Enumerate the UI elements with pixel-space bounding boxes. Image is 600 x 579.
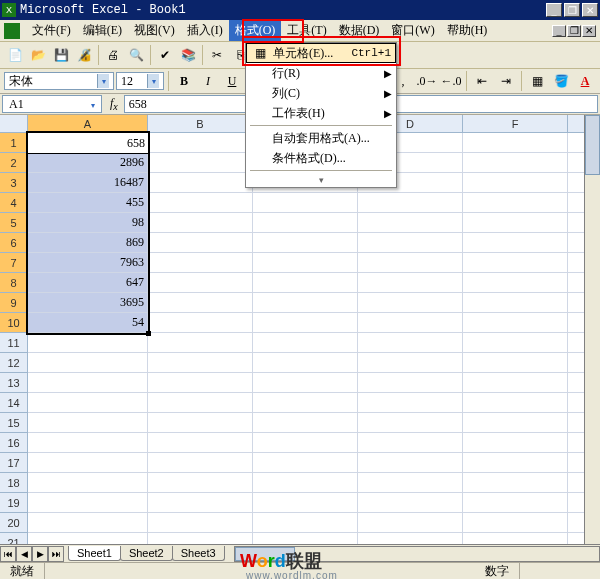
row-header[interactable]: 3 — [0, 173, 28, 193]
menu-edit[interactable]: 编辑(E) — [77, 20, 128, 41]
row-header[interactable]: 4 — [0, 193, 28, 213]
cell[interactable] — [358, 293, 463, 313]
vertical-scrollbar[interactable] — [584, 115, 600, 567]
cell[interactable] — [28, 493, 148, 513]
row-header[interactable]: 13 — [0, 373, 28, 393]
cell[interactable] — [358, 393, 463, 413]
tab-sheet2[interactable]: Sheet2 — [120, 546, 173, 561]
cell[interactable] — [148, 413, 253, 433]
chevron-down-icon[interactable] — [97, 74, 109, 88]
cell[interactable] — [148, 393, 253, 413]
name-box[interactable]: A1 — [2, 95, 102, 113]
spellcheck-icon[interactable]: ✔ — [154, 44, 176, 66]
menu-help[interactable]: 帮助(H) — [441, 20, 494, 41]
col-header-b[interactable]: B — [148, 115, 253, 133]
cell[interactable] — [253, 393, 358, 413]
cell[interactable] — [148, 193, 253, 213]
tab-prev-icon[interactable]: ◀ — [16, 546, 32, 562]
minimize-button[interactable]: _ — [546, 3, 562, 17]
row-header[interactable]: 18 — [0, 473, 28, 493]
cell[interactable] — [148, 233, 253, 253]
cell[interactable] — [28, 373, 148, 393]
cell[interactable] — [463, 273, 568, 293]
cell[interactable] — [253, 193, 358, 213]
cell[interactable] — [28, 453, 148, 473]
fontsize-combo[interactable]: 12 — [116, 72, 164, 90]
cell[interactable] — [148, 173, 253, 193]
fx-icon[interactable]: fx — [104, 96, 124, 112]
cell[interactable] — [148, 353, 253, 373]
cell[interactable] — [358, 353, 463, 373]
italic-button[interactable]: I — [197, 70, 219, 92]
row-header[interactable]: 20 — [0, 513, 28, 533]
cell[interactable] — [463, 453, 568, 473]
cell[interactable] — [253, 293, 358, 313]
cell[interactable] — [253, 493, 358, 513]
cell[interactable]: 16487 — [28, 173, 148, 193]
chevron-down-icon[interactable] — [91, 97, 95, 112]
cell[interactable] — [148, 473, 253, 493]
cell[interactable] — [358, 333, 463, 353]
row-header[interactable]: 11 — [0, 333, 28, 353]
cell[interactable] — [463, 413, 568, 433]
cell[interactable] — [148, 333, 253, 353]
cell[interactable] — [148, 293, 253, 313]
row-header[interactable]: 2 — [0, 153, 28, 173]
cell[interactable] — [253, 313, 358, 333]
close-button[interactable]: ✕ — [582, 3, 598, 17]
cell[interactable] — [463, 233, 568, 253]
increase-indent-icon[interactable]: ⇥ — [495, 70, 517, 92]
cell[interactable] — [463, 513, 568, 533]
cell[interactable] — [358, 493, 463, 513]
cell[interactable] — [253, 373, 358, 393]
tab-sheet3[interactable]: Sheet3 — [172, 546, 225, 561]
cell[interactable]: 7963 — [28, 253, 148, 273]
cell[interactable] — [358, 513, 463, 533]
menu-item-conditional[interactable]: 条件格式(D)... — [246, 148, 396, 168]
cell[interactable] — [358, 453, 463, 473]
cell[interactable]: 455 — [28, 193, 148, 213]
tab-next-icon[interactable]: ▶ — [32, 546, 48, 562]
cell[interactable] — [148, 373, 253, 393]
cell[interactable] — [28, 413, 148, 433]
doc-close[interactable]: ✕ — [582, 25, 596, 37]
cell[interactable] — [28, 433, 148, 453]
cell[interactable] — [28, 353, 148, 373]
doc-restore[interactable]: ❐ — [567, 25, 581, 37]
cell[interactable] — [148, 213, 253, 233]
select-all-corner[interactable] — [0, 115, 28, 133]
row-header[interactable]: 16 — [0, 433, 28, 453]
cell[interactable] — [253, 513, 358, 533]
menu-insert[interactable]: 插入(I) — [181, 20, 229, 41]
cell[interactable]: 869 — [28, 233, 148, 253]
cell[interactable] — [463, 493, 568, 513]
maximize-button[interactable]: ❐ — [564, 3, 580, 17]
menu-item-column[interactable]: 列(C) ▶ — [246, 83, 396, 103]
bold-button[interactable]: B — [173, 70, 195, 92]
tab-sheet1[interactable]: Sheet1 — [68, 546, 121, 561]
cell[interactable] — [463, 173, 568, 193]
cell[interactable] — [463, 133, 568, 153]
cell[interactable] — [463, 253, 568, 273]
cell[interactable] — [358, 193, 463, 213]
underline-button[interactable]: U — [221, 70, 243, 92]
cell[interactable] — [463, 353, 568, 373]
cell[interactable] — [148, 153, 253, 173]
cell[interactable] — [358, 413, 463, 433]
cell[interactable] — [463, 373, 568, 393]
new-icon[interactable]: 📄 — [4, 44, 26, 66]
menu-item-sheet[interactable]: 工作表(H) ▶ — [246, 103, 396, 123]
cell[interactable] — [253, 333, 358, 353]
cell[interactable] — [463, 293, 568, 313]
menu-view[interactable]: 视图(V) — [128, 20, 181, 41]
decrease-indent-icon[interactable]: ⇤ — [471, 70, 493, 92]
col-header-a[interactable]: A — [28, 115, 148, 133]
expand-menu-icon[interactable]: ▾ — [246, 173, 396, 187]
cell[interactable] — [28, 473, 148, 493]
menu-window[interactable]: 窗口(W) — [385, 20, 440, 41]
cell[interactable] — [463, 153, 568, 173]
cell[interactable] — [148, 513, 253, 533]
cell[interactable] — [253, 233, 358, 253]
font-combo[interactable]: 宋体 — [4, 72, 114, 90]
cell[interactable]: 3695 — [28, 293, 148, 313]
